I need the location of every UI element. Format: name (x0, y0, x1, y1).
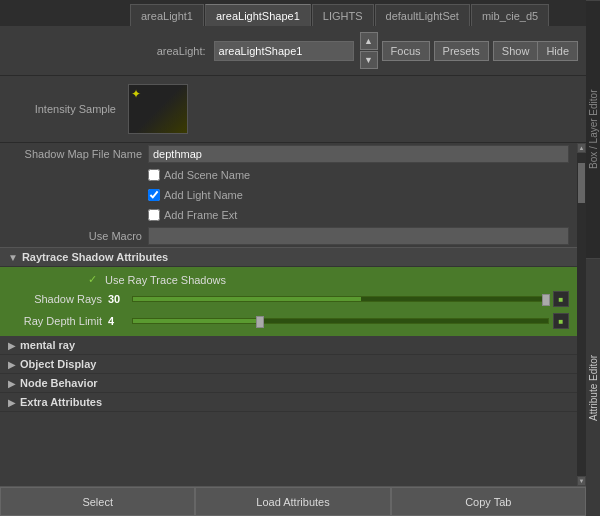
node-behavior-section[interactable]: ▶ Node Behavior (0, 374, 577, 393)
show-button[interactable]: Show (493, 41, 538, 61)
add-light-name-row: Add Light Name (0, 185, 577, 205)
tab-defaultlightset[interactable]: defaultLightSet (375, 4, 470, 26)
select-button[interactable]: Select (0, 487, 195, 516)
ray-depth-slider[interactable] (132, 318, 549, 324)
arealight-label: areaLight: (157, 45, 206, 57)
tab-bar: areaLight1 areaLightShape1 LIGHTS defaul… (0, 0, 586, 26)
attribute-editor-label[interactable]: Attribute Editor (586, 258, 600, 516)
shadow-map-input[interactable] (148, 145, 569, 163)
node-behavior-label: Node Behavior (20, 377, 98, 389)
shadow-map-label: Shadow Map File Name (8, 148, 148, 160)
scroll-thumb[interactable] (578, 163, 585, 203)
scroll-down-button[interactable]: ▼ (577, 476, 586, 486)
copy-tab-button[interactable]: Copy Tab (391, 487, 586, 516)
use-macro-input[interactable] (148, 227, 569, 245)
shadow-rays-reset-icon[interactable]: ■ (553, 291, 569, 307)
header-area: areaLight: ▲ ▼ Focus Presets Show Hide (0, 26, 586, 76)
node-behavior-arrow-icon: ▶ (8, 378, 16, 389)
shadow-rays-row: Shadow Rays 30 ■ (8, 288, 569, 310)
raytrace-section-body: ✓ Use Ray Trace Shadows Shadow Rays 30 ■ (0, 267, 577, 336)
tab-mib[interactable]: mib_cie_d5 (471, 4, 549, 26)
attribute-scroll-area[interactable]: Shadow Map File Name Add Scene Name Add … (0, 143, 577, 486)
arrow-down-icon[interactable]: ▼ (360, 51, 378, 69)
hide-button[interactable]: Hide (537, 41, 578, 61)
use-ray-trace-row: ✓ Use Ray Trace Shadows (8, 271, 569, 288)
shadow-rays-fill (133, 297, 361, 301)
load-attributes-button[interactable]: Load Attributes (195, 487, 390, 516)
tab-arealightshape1[interactable]: areaLightShape1 (205, 4, 311, 26)
use-ray-trace-label: Use Ray Trace Shadows (105, 274, 226, 286)
shadow-rays-thumb[interactable] (542, 294, 550, 306)
raytrace-section-title: Raytrace Shadow Attributes (22, 251, 168, 263)
mental-ray-label: mental ray (20, 339, 75, 351)
intensity-swatch[interactable]: ✦ (128, 84, 188, 134)
scroll-track[interactable] (577, 153, 586, 476)
mental-ray-arrow-icon: ▶ (8, 340, 16, 351)
arealight-input[interactable] (214, 41, 354, 61)
add-scene-name-row: Add Scene Name (0, 165, 577, 185)
arrow-up-icon[interactable]: ▲ (360, 32, 378, 50)
add-frame-ext-label: Add Frame Ext (164, 209, 237, 221)
object-display-label: Object Display (20, 358, 96, 370)
ray-depth-label: Ray Depth Limit (8, 315, 108, 327)
intensity-section: Intensity Sample ✦ (0, 76, 586, 143)
ray-depth-reset-icon[interactable]: ■ (553, 313, 569, 329)
intensity-label: Intensity Sample (16, 103, 116, 115)
scroll-up-button[interactable]: ▲ (577, 143, 586, 153)
box-layer-editor-label[interactable]: Box / Layer Editor (586, 0, 600, 258)
object-display-section[interactable]: ▶ Object Display (0, 355, 577, 374)
extra-attributes-arrow-icon: ▶ (8, 397, 16, 408)
extra-attributes-label: Extra Attributes (20, 396, 102, 408)
object-display-arrow-icon: ▶ (8, 359, 16, 370)
bottom-bar: Select Load Attributes Copy Tab (0, 486, 586, 516)
shadow-rays-label: Shadow Rays (8, 293, 108, 305)
use-macro-row: Use Macro (0, 225, 577, 247)
intensity-icon: ✦ (131, 87, 141, 101)
extra-attributes-section[interactable]: ▶ Extra Attributes (0, 393, 577, 412)
raytrace-section-header[interactable]: ▼ Raytrace Shadow Attributes (0, 247, 577, 267)
presets-button[interactable]: Presets (434, 41, 489, 61)
add-frame-ext-checkbox[interactable] (148, 209, 160, 221)
ray-depth-row: Ray Depth Limit 4 ■ (8, 310, 569, 332)
tab-arealight1[interactable]: areaLight1 (130, 4, 204, 26)
add-frame-ext-row: Add Frame Ext (0, 205, 577, 225)
tab-lights[interactable]: LIGHTS (312, 4, 374, 26)
add-scene-name-checkbox[interactable] (148, 169, 160, 181)
ray-depth-fill (133, 319, 258, 323)
shadow-map-row: Shadow Map File Name (0, 143, 577, 165)
focus-button[interactable]: Focus (382, 41, 430, 61)
scroll-bar: ▲ ▼ (577, 143, 586, 486)
mental-ray-section[interactable]: ▶ mental ray (0, 336, 577, 355)
raytrace-arrow-icon: ▼ (8, 252, 18, 263)
check-icon: ✓ (88, 273, 97, 286)
ray-depth-value: 4 (108, 315, 128, 327)
add-scene-name-label: Add Scene Name (164, 169, 250, 181)
add-light-name-label: Add Light Name (164, 189, 243, 201)
add-light-name-checkbox[interactable] (148, 189, 160, 201)
use-macro-label: Use Macro (8, 230, 148, 242)
right-panel: Box / Layer Editor Attribute Editor (586, 0, 600, 516)
shadow-rays-value: 30 (108, 293, 128, 305)
shadow-rays-slider[interactable] (132, 296, 549, 302)
ray-depth-thumb[interactable] (256, 316, 264, 328)
